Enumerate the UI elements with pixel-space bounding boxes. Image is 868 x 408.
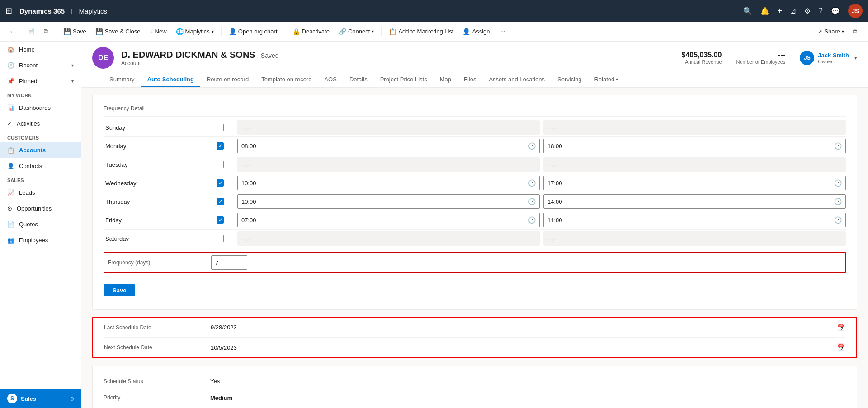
friday-start-time[interactable]: 07:00🕐 <box>237 213 540 227</box>
more-options-button[interactable]: ⋯ <box>495 26 509 37</box>
footer-label: Sales <box>21 395 36 402</box>
sidebar-item-employees[interactable]: 👥 Employees <box>0 232 81 248</box>
popout-button[interactable]: ⧉ <box>849 26 861 37</box>
owner-info: Jack Smith Owner <box>818 52 849 64</box>
sidebar-item-leads[interactable]: 📈 Leads <box>0 185 81 201</box>
tab-details[interactable]: Details <box>343 72 374 87</box>
freq-row-friday: Friday 07:00🕐 11:00🕐 <box>104 211 846 230</box>
last-schedule-calendar-icon[interactable]: 📅 <box>837 324 845 332</box>
nav-arrows: ← <box>7 26 18 38</box>
tab-map[interactable]: Map <box>434 72 458 87</box>
opportunities-label: Opportunities <box>17 205 52 212</box>
sidebar-item-opportunities[interactable]: ⊙ Opportunities <box>0 201 81 216</box>
page-view-button[interactable]: 📄 <box>24 26 38 37</box>
annual-revenue-block: $405,035.00 Annual Revenue <box>682 51 722 65</box>
help-icon[interactable]: ? <box>819 7 823 15</box>
sidebar-item-quotes[interactable]: 📄 Quotes <box>0 216 81 232</box>
record-title: D. EDWARD DICKMAN & SONS <box>121 50 255 60</box>
saturday-checkbox[interactable] <box>217 235 224 242</box>
save-close-button[interactable]: 💾 Save & Close <box>92 26 144 37</box>
open-new-button[interactable]: ⧉ <box>40 26 52 37</box>
tab-servicing[interactable]: Servicing <box>551 72 588 87</box>
quotes-icon: 📄 <box>7 221 14 228</box>
tab-assets-locations[interactable]: Assets and Locations <box>482 72 551 87</box>
marketing-list-button[interactable]: 📋 Add to Marketing List <box>385 26 457 37</box>
accounts-label: Accounts <box>19 147 46 154</box>
owner-name[interactable]: Jack Smith <box>818 52 849 59</box>
thursday-checkbox[interactable] <box>217 198 224 205</box>
share-button[interactable]: ↗ Share ▾ <box>814 26 848 37</box>
owner-role: Owner <box>818 59 849 64</box>
tab-auto-scheduling[interactable]: Auto Scheduling <box>141 72 200 87</box>
org-chart-button[interactable]: 👤 Open org chart <box>225 26 281 37</box>
sidebar-item-contacts[interactable]: 👤 Contacts <box>0 158 81 174</box>
monday-checkbox[interactable] <box>217 142 224 150</box>
thursday-start-time[interactable]: 10:00🕐 <box>237 194 540 209</box>
owner-dropdown-icon[interactable]: ▾ <box>854 55 857 61</box>
tab-aos[interactable]: AOS <box>318 72 343 87</box>
sunday-checkbox[interactable] <box>217 124 224 131</box>
friday-end-time[interactable]: 11:00🕐 <box>543 213 846 227</box>
tuesday-checkbox[interactable] <box>217 161 224 168</box>
monday-end-time[interactable]: 18:00🕐 <box>543 139 846 153</box>
assign-button[interactable]: 👤 Assign <box>459 26 493 37</box>
tab-route-on-record[interactable]: Route on record <box>200 72 255 87</box>
record-subtitle: Account <box>121 60 675 66</box>
thursday-label: Thursday <box>104 198 203 205</box>
main-layout: 🏠 Home 🕐 Recent ▾ 📌 Pinned ▾ My Work 📊 D… <box>0 42 868 408</box>
customers-header: Customers <box>0 131 81 142</box>
sidebar-item-dashboards[interactable]: 📊 Dashboards <box>0 100 81 116</box>
tab-related[interactable]: Related ▾ <box>588 72 624 87</box>
sidebar-item-recent[interactable]: 🕐 Recent ▾ <box>0 57 81 73</box>
wednesday-end-time[interactable]: 17:00🕐 <box>543 176 846 190</box>
waffle-icon[interactable]: ⊞ <box>5 6 12 16</box>
freq-header: Frequency Detail <box>104 103 846 117</box>
new-button[interactable]: + New <box>146 26 170 37</box>
record-header: DE D. EDWARD DICKMAN & SONS - Saved Acco… <box>81 42 868 88</box>
thursday-end-time[interactable]: 14:00🕐 <box>543 194 846 209</box>
save-button[interactable]: 💾 Save <box>60 26 90 37</box>
chat-icon[interactable]: 💬 <box>831 7 840 15</box>
friday-checkbox[interactable] <box>217 216 224 224</box>
contacts-icon: 👤 <box>7 163 14 169</box>
sidebar-item-pinned[interactable]: 📌 Pinned ▾ <box>0 73 81 89</box>
settings-icon[interactable]: ⚙ <box>804 7 811 15</box>
tab-template-on-record[interactable]: Template on record <box>255 72 318 87</box>
connect-button[interactable]: 🔗 Connect ▾ <box>335 26 377 37</box>
pinned-icon: 📌 <box>7 78 14 84</box>
filter-icon[interactable]: ⊿ <box>790 7 796 15</box>
sales-footer-icon: S <box>7 394 17 403</box>
search-icon[interactable]: 🔍 <box>743 7 752 15</box>
next-schedule-calendar-icon[interactable]: 📅 <box>837 343 845 352</box>
activities-label: Activities <box>17 120 40 127</box>
back-button[interactable]: ← <box>7 26 18 38</box>
deactivate-button[interactable]: 🔒 Deactivate <box>289 26 333 37</box>
recent-icon: 🕐 <box>7 62 14 69</box>
maplytics-button[interactable]: 🌐 Maplytics ▾ <box>172 26 217 37</box>
freq-row-thursday: Thursday 10:00🕐 14:00🕐 <box>104 192 846 211</box>
pinned-expand-icon: ▾ <box>71 79 74 84</box>
friday-label: Friday <box>104 217 203 224</box>
tab-files[interactable]: Files <box>458 72 482 87</box>
sidebar-item-accounts[interactable]: 📋 Accounts <box>0 142 81 158</box>
sunday-label: Sunday <box>104 124 203 131</box>
sidebar-item-home[interactable]: 🏠 Home <box>0 42 81 57</box>
user-avatar[interactable]: JS <box>848 4 863 18</box>
tab-summary[interactable]: Summary <box>103 72 141 87</box>
add-icon[interactable]: + <box>778 6 783 16</box>
sales-header: Sales <box>0 174 81 185</box>
sidebar-item-activities[interactable]: ✓ Activities <box>0 116 81 131</box>
top-nav-icons: 🔍 🔔 + ⊿ ⚙ ? 💬 JS <box>743 4 863 18</box>
wednesday-start-time[interactable]: 10:00🕐 <box>237 176 540 190</box>
wednesday-checkbox[interactable] <box>217 179 224 187</box>
schedule-section: Last Schedule Date 9/28/2023 📅 Next Sche… <box>92 317 857 358</box>
home-label: Home <box>19 46 35 53</box>
tab-project-price-lists[interactable]: Project Price Lists <box>374 72 434 87</box>
form-save-button[interactable]: Save <box>104 284 135 296</box>
activities-icon: ✓ <box>7 120 12 127</box>
monday-start-time[interactable]: 08:00🕐 <box>237 139 540 153</box>
freq-detail-header-label: Frequency Detail <box>104 103 203 114</box>
sidebar-footer[interactable]: S Sales ◇ <box>0 389 81 408</box>
frequency-days-input[interactable] <box>211 255 247 270</box>
notification-icon[interactable]: 🔔 <box>760 7 769 15</box>
